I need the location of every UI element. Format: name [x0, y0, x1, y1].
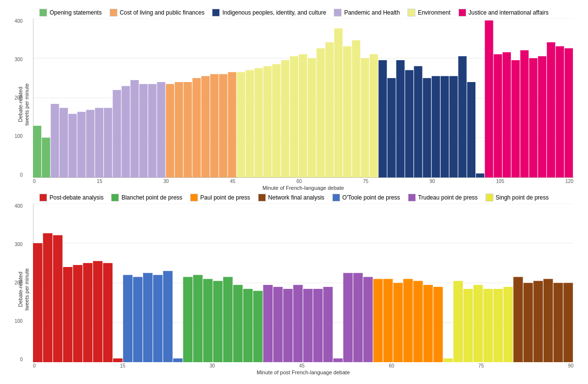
- bar: [378, 60, 387, 178]
- bar: [432, 76, 440, 178]
- bar: [133, 277, 143, 362]
- legend-item: Singh point de press: [486, 194, 549, 201]
- bar: [148, 84, 156, 177]
- bar: [201, 76, 210, 178]
- bar: [423, 78, 431, 178]
- bar: [483, 289, 493, 362]
- bar: [333, 358, 343, 362]
- legend-color-box: [408, 9, 415, 17]
- bar: [504, 286, 513, 362]
- bar: [77, 112, 85, 177]
- bar: [42, 138, 50, 178]
- bar: [68, 114, 77, 178]
- bar: [511, 60, 520, 178]
- bar: [51, 104, 59, 177]
- bar: [86, 110, 95, 177]
- bar: [183, 277, 193, 362]
- legend-item: Environment: [408, 9, 450, 17]
- bar: [463, 289, 473, 362]
- legend-color-box: [334, 9, 342, 17]
- legend-item: Blanchet point de press: [111, 194, 182, 201]
- x-tick-label: 90: [568, 363, 573, 368]
- bar: [95, 108, 103, 177]
- bar: [387, 78, 395, 178]
- bar: [538, 56, 546, 178]
- bar: [396, 60, 405, 178]
- x-tick-label: 15: [97, 179, 102, 184]
- legend-label: O'Toole point de press: [343, 194, 400, 201]
- bar: [443, 358, 453, 362]
- chart2-container: Post-debate analysisBlanchet point de pr…: [15, 194, 573, 376]
- chart1-legend: Opening statementsCost of living and pub…: [15, 9, 573, 17]
- bar: [213, 281, 223, 362]
- legend-label: Blanchet point de press: [121, 194, 182, 201]
- bar: [494, 54, 502, 178]
- bar: [33, 243, 43, 362]
- bar: [63, 267, 73, 363]
- bar: [253, 291, 263, 362]
- bar: [533, 281, 543, 362]
- bar: [113, 90, 121, 177]
- bar: [467, 82, 475, 178]
- chart1-x-label: Minute of French-language debate: [33, 185, 573, 191]
- x-tick-label: 90: [429, 179, 435, 184]
- bar: [43, 233, 53, 362]
- bar: [565, 48, 573, 177]
- bar: [458, 56, 467, 178]
- bar: [352, 40, 360, 177]
- legend-item: Post-debate analysis: [39, 194, 103, 201]
- bar: [153, 275, 163, 362]
- bar: [334, 28, 343, 177]
- bar: [361, 58, 369, 178]
- bar: [474, 284, 483, 362]
- legend-color-box: [190, 194, 198, 201]
- bar: [163, 271, 173, 362]
- legend-color-box: [258, 194, 266, 201]
- bar: [353, 273, 363, 362]
- x-tick-label: 60: [389, 363, 394, 368]
- legend-item: Indigenous peoples, identity, and cultur…: [212, 9, 326, 17]
- x-tick-label: 75: [363, 179, 368, 184]
- legend-label: Network final analysis: [268, 194, 325, 201]
- legend-label: Singh point de press: [496, 194, 549, 201]
- bar: [166, 84, 174, 177]
- legend-item: O'Toole point de press: [332, 194, 400, 201]
- legend-color-box: [212, 9, 220, 17]
- x-tick-label: 120: [565, 179, 573, 184]
- bar: [139, 84, 147, 177]
- bar: [157, 82, 165, 178]
- bar: [237, 72, 245, 178]
- legend-color-box: [39, 9, 47, 17]
- x-tick-label: 45: [299, 363, 305, 368]
- bar: [403, 279, 413, 362]
- legend-label: Trudeau point de press: [418, 194, 478, 201]
- chart2-x-label: Minute of post French-language debate: [33, 369, 573, 375]
- legend-item: Pandemic and Health: [334, 9, 400, 17]
- bar: [441, 76, 449, 178]
- bar: [453, 281, 463, 362]
- bar: [255, 68, 263, 177]
- bar: [485, 20, 493, 177]
- bar: [281, 60, 289, 178]
- x-tick-label: 45: [230, 179, 235, 184]
- legend-item: Paul point de press: [190, 194, 250, 201]
- bar: [523, 283, 533, 362]
- legend-label: Paul point de press: [200, 194, 250, 201]
- bar: [113, 358, 123, 362]
- legend-label: Indigenous peoples, identity, and cultur…: [222, 9, 326, 16]
- legend-label: Justice and international affairs: [469, 9, 549, 16]
- bar: [547, 42, 555, 177]
- bar: [228, 72, 236, 178]
- bar: [373, 279, 383, 362]
- bar: [183, 82, 192, 178]
- bar: [424, 284, 433, 362]
- bar: [503, 52, 511, 178]
- bar: [308, 58, 316, 178]
- bar: [433, 286, 443, 362]
- legend-color-box: [458, 9, 466, 17]
- legend-label: Post-debate analysis: [49, 194, 103, 201]
- bar: [383, 279, 393, 362]
- legend-item: Cost of living and public finances: [110, 9, 205, 17]
- legend-label: Cost of living and public finances: [120, 9, 205, 16]
- bar: [243, 289, 253, 362]
